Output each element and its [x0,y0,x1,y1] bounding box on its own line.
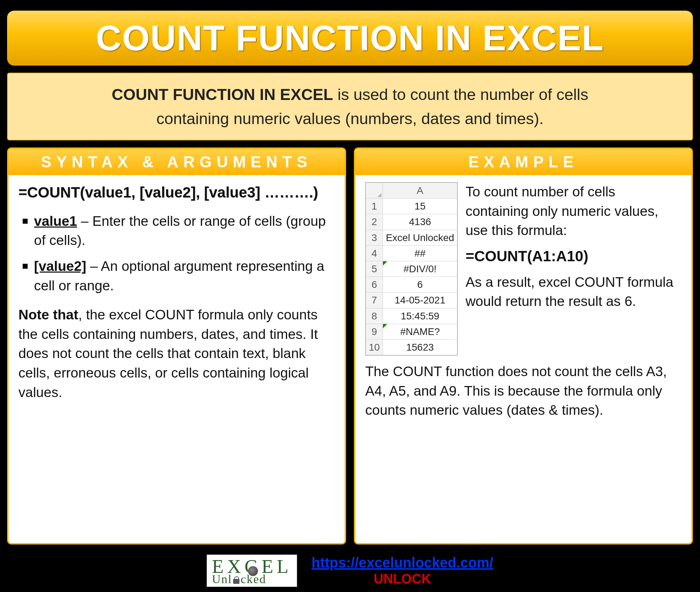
column-header-a: A [383,183,457,199]
excel-unlocked-logo: E X C E L Unlcked [207,554,297,587]
unlock-label: UNLOCK [311,571,493,587]
table-row: 1015623 [366,339,457,355]
syntax-body: =COUNT(value1, [value2], [value3] ……….) … [9,175,345,543]
arg-desc: – Enter the cells or range of cells (gro… [34,213,326,248]
table-row: 4## [366,245,457,261]
cell-value: #NAME? [383,324,457,339]
arg-name: [value2] [34,258,86,274]
cell-value: 14-05-2021 [383,292,457,308]
row-number: 7 [366,292,383,308]
intro-line-1: COUNT FUNCTION IN EXCEL is used to count… [18,83,682,107]
example-formula: =COUNT(A1:A10) [465,246,682,267]
row-number: 1 [366,199,383,214]
page-title: COUNT FUNCTION IN EXCEL [18,18,682,58]
example-right-text: To count number of cells containing only… [465,182,682,356]
syntax-note: Note that, the excel COUNT formula only … [18,305,335,402]
row-number: 10 [366,339,383,355]
argument-item: [value2] – An optional argument represen… [23,257,335,295]
syntax-header: SYNTAX & ARGUMENTS [9,149,345,175]
example-header: EXAMPLE [355,149,691,175]
lock-icon [232,576,241,585]
cell-value: 4136 [383,214,457,230]
table-row: 9#NAME? [366,324,457,339]
cell-value: 15:45:59 [383,308,457,324]
cell-value: 15 [383,199,457,214]
argument-text: value1 – Enter the cells or range of cel… [34,212,335,250]
example-panel: EXAMPLE A 115 24136 3Excel Unlocked 4## … [354,147,693,544]
syntax-formula: =COUNT(value1, [value2], [value3] ……….) [18,182,335,203]
row-number: 4 [366,245,383,261]
argument-item: value1 – Enter the cells or range of cel… [23,212,335,250]
logo-text-pre: Unl [212,573,232,586]
cell-value: 15623 [383,339,457,355]
row-number: 6 [366,277,383,292]
grid-corner [366,183,383,199]
example-top-row: A 115 24136 3Excel Unlocked 4## 5#DIV/0!… [365,182,682,356]
table-row: 3Excel Unlocked [366,230,457,245]
row-number: 3 [366,230,383,245]
cell-value: 6 [383,277,457,292]
intro-rest1: is used to count the number of cells [333,85,588,104]
row-number: 2 [366,214,383,230]
example-intro-text: To count number of cells containing only… [465,182,682,240]
excel-table: A 115 24136 3Excel Unlocked 4## 5#DIV/0!… [366,183,457,355]
table-row: 815:45:59 [366,308,457,324]
table-row: 5#DIV/0! [366,261,457,277]
table-row: 66 [366,277,457,292]
intro-banner: COUNT FUNCTION IN EXCEL is used to count… [7,73,693,140]
table-row: 24136 [366,214,457,230]
table-row: 115 [366,199,457,214]
example-body: A 115 24136 3Excel Unlocked 4## 5#DIV/0!… [355,175,691,543]
argument-list: value1 – Enter the cells or range of cel… [18,212,335,295]
row-number: 9 [366,324,383,339]
logo-letter: L [277,557,292,576]
footer: E X C E L Unlcked https://excelunlocked.… [7,552,693,588]
cell-value: #DIV/0! [383,261,457,277]
logo-ball-icon: C [244,557,261,576]
excel-sample-grid: A 115 24136 3Excel Unlocked 4## 5#DIV/0!… [365,182,458,356]
example-bottom-note: The COUNT function does not count the ce… [365,362,682,420]
cell-value: Excel Unlocked [383,230,457,245]
row-number: 8 [366,308,383,324]
syntax-panel: SYNTAX & ARGUMENTS =COUNT(value1, [value… [7,147,346,544]
argument-text: [value2] – An optional argument represen… [34,257,335,295]
intro-bold: COUNT FUNCTION IN EXCEL [112,85,333,104]
table-row: 714-05-2021 [366,292,457,308]
example-result-text: As a result, excel COUNT formula would r… [465,273,682,311]
note-label: Note that [18,307,78,322]
arg-name: value1 [34,213,77,229]
intro-line-2: containing numeric values (numbers, date… [18,107,682,131]
row-number: 5 [366,261,383,277]
content-columns: SYNTAX & ARGUMENTS =COUNT(value1, [value… [7,147,693,544]
footer-links: https://excelunlocked.com/ UNLOCK [311,555,493,587]
title-banner: COUNT FUNCTION IN EXCEL [7,11,693,66]
cell-value: ## [383,245,457,261]
site-link[interactable]: https://excelunlocked.com/ [311,555,493,570]
